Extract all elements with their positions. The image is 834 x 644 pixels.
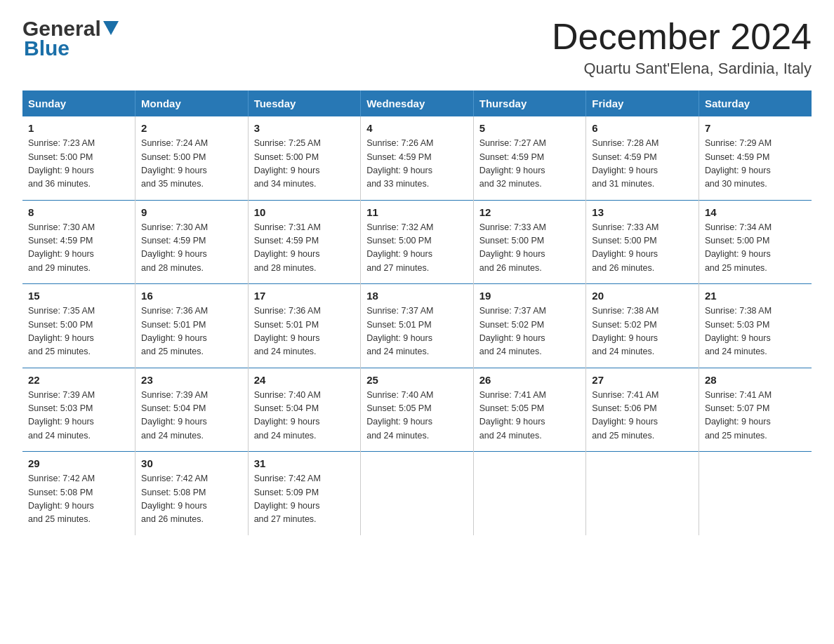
day-number: 17 bbox=[254, 290, 355, 302]
header-monday: Monday bbox=[135, 90, 249, 116]
table-row: 9Sunrise: 7:30 AMSunset: 4:59 PMDaylight… bbox=[135, 200, 249, 284]
day-number: 19 bbox=[479, 290, 581, 302]
logo: General Blue bbox=[22, 17, 119, 60]
day-info: Sunrise: 7:30 AMSunset: 4:59 PMDaylight:… bbox=[28, 221, 129, 276]
table-row: 15Sunrise: 7:35 AMSunset: 5:00 PMDayligh… bbox=[22, 284, 135, 368]
day-info: Sunrise: 7:30 AMSunset: 4:59 PMDaylight:… bbox=[141, 221, 242, 276]
table-row: 5Sunrise: 7:27 AMSunset: 4:59 PMDaylight… bbox=[473, 116, 586, 200]
day-info: Sunrise: 7:40 AMSunset: 5:05 PMDaylight:… bbox=[366, 389, 468, 443]
table-row: 26Sunrise: 7:41 AMSunset: 5:05 PMDayligh… bbox=[473, 368, 586, 452]
day-number: 15 bbox=[28, 290, 129, 302]
table-row: 31Sunrise: 7:42 AMSunset: 5:09 PMDayligh… bbox=[248, 452, 361, 535]
day-number: 24 bbox=[254, 374, 355, 386]
day-number: 31 bbox=[254, 457, 355, 469]
day-number: 25 bbox=[366, 374, 468, 386]
table-row: 30Sunrise: 7:42 AMSunset: 5:08 PMDayligh… bbox=[135, 452, 249, 535]
day-info: Sunrise: 7:28 AMSunset: 4:59 PMDaylight:… bbox=[592, 137, 693, 192]
day-number: 11 bbox=[366, 206, 468, 218]
table-row: 14Sunrise: 7:34 AMSunset: 5:00 PMDayligh… bbox=[699, 200, 812, 284]
day-number: 27 bbox=[592, 374, 693, 386]
day-number: 13 bbox=[592, 206, 693, 218]
day-number: 18 bbox=[366, 290, 468, 302]
day-info: Sunrise: 7:41 AMSunset: 5:06 PMDaylight:… bbox=[592, 389, 693, 443]
calendar-week-row: 15Sunrise: 7:35 AMSunset: 5:00 PMDayligh… bbox=[22, 284, 812, 368]
day-number: 21 bbox=[705, 290, 806, 302]
day-info: Sunrise: 7:23 AMSunset: 5:00 PMDaylight:… bbox=[28, 137, 129, 192]
header-saturday: Saturday bbox=[699, 90, 812, 116]
day-info: Sunrise: 7:36 AMSunset: 5:01 PMDaylight:… bbox=[141, 304, 242, 359]
location-subtitle: Quartu Sant'Elena, Sardinia, Italy bbox=[552, 60, 812, 78]
table-row: 28Sunrise: 7:41 AMSunset: 5:07 PMDayligh… bbox=[699, 368, 812, 452]
day-number: 7 bbox=[705, 122, 806, 134]
day-number: 6 bbox=[592, 122, 693, 134]
day-info: Sunrise: 7:33 AMSunset: 5:00 PMDaylight:… bbox=[592, 221, 693, 276]
table-row: 10Sunrise: 7:31 AMSunset: 4:59 PMDayligh… bbox=[248, 200, 361, 284]
table-row: 19Sunrise: 7:37 AMSunset: 5:02 PMDayligh… bbox=[473, 284, 586, 368]
table-row: 2Sunrise: 7:24 AMSunset: 5:00 PMDaylight… bbox=[135, 116, 249, 200]
table-row: 6Sunrise: 7:28 AMSunset: 4:59 PMDaylight… bbox=[586, 116, 699, 200]
day-number: 23 bbox=[141, 374, 242, 386]
day-info: Sunrise: 7:33 AMSunset: 5:00 PMDaylight:… bbox=[479, 221, 581, 276]
day-info: Sunrise: 7:31 AMSunset: 4:59 PMDaylight:… bbox=[254, 221, 355, 276]
calendar-week-row: 8Sunrise: 7:30 AMSunset: 4:59 PMDaylight… bbox=[22, 200, 812, 284]
table-row: 22Sunrise: 7:39 AMSunset: 5:03 PMDayligh… bbox=[22, 368, 135, 452]
day-info: Sunrise: 7:35 AMSunset: 5:00 PMDaylight:… bbox=[28, 304, 129, 359]
day-info: Sunrise: 7:27 AMSunset: 4:59 PMDaylight:… bbox=[479, 137, 581, 192]
day-info: Sunrise: 7:25 AMSunset: 5:00 PMDaylight:… bbox=[254, 137, 355, 192]
page-header: General Blue December 2024 Quartu Sant'E… bbox=[22, 17, 812, 78]
logo-blue-text: Blue bbox=[24, 36, 70, 60]
table-row: 20Sunrise: 7:38 AMSunset: 5:02 PMDayligh… bbox=[586, 284, 699, 368]
day-info: Sunrise: 7:42 AMSunset: 5:08 PMDaylight:… bbox=[28, 472, 129, 527]
day-number: 3 bbox=[254, 122, 355, 134]
day-info: Sunrise: 7:39 AMSunset: 5:03 PMDaylight:… bbox=[28, 389, 129, 443]
table-row bbox=[473, 452, 586, 535]
day-number: 29 bbox=[28, 457, 129, 469]
day-number: 30 bbox=[141, 457, 242, 469]
table-row: 1Sunrise: 7:23 AMSunset: 5:00 PMDaylight… bbox=[22, 116, 135, 200]
month-title: December 2024 bbox=[552, 17, 812, 57]
table-row bbox=[361, 452, 474, 535]
calendar-header-row: Sunday Monday Tuesday Wednesday Thursday… bbox=[22, 90, 812, 116]
day-number: 26 bbox=[479, 374, 581, 386]
table-row: 7Sunrise: 7:29 AMSunset: 4:59 PMDaylight… bbox=[699, 116, 812, 200]
day-number: 16 bbox=[141, 290, 242, 302]
day-number: 22 bbox=[28, 374, 129, 386]
day-info: Sunrise: 7:41 AMSunset: 5:07 PMDaylight:… bbox=[705, 389, 806, 443]
calendar-table: Sunday Monday Tuesday Wednesday Thursday… bbox=[22, 90, 812, 535]
day-info: Sunrise: 7:42 AMSunset: 5:08 PMDaylight:… bbox=[141, 472, 242, 527]
day-number: 1 bbox=[28, 122, 129, 134]
day-info: Sunrise: 7:42 AMSunset: 5:09 PMDaylight:… bbox=[254, 472, 355, 527]
table-row: 21Sunrise: 7:38 AMSunset: 5:03 PMDayligh… bbox=[699, 284, 812, 368]
table-row: 29Sunrise: 7:42 AMSunset: 5:08 PMDayligh… bbox=[22, 452, 135, 535]
day-info: Sunrise: 7:36 AMSunset: 5:01 PMDaylight:… bbox=[254, 304, 355, 359]
table-row: 4Sunrise: 7:26 AMSunset: 4:59 PMDaylight… bbox=[361, 116, 474, 200]
table-row: 18Sunrise: 7:37 AMSunset: 5:01 PMDayligh… bbox=[361, 284, 474, 368]
table-row: 27Sunrise: 7:41 AMSunset: 5:06 PMDayligh… bbox=[586, 368, 699, 452]
header-tuesday: Tuesday bbox=[248, 90, 361, 116]
day-info: Sunrise: 7:26 AMSunset: 4:59 PMDaylight:… bbox=[366, 137, 468, 192]
day-number: 4 bbox=[366, 122, 468, 134]
table-row bbox=[699, 452, 812, 535]
day-number: 5 bbox=[479, 122, 581, 134]
table-row: 23Sunrise: 7:39 AMSunset: 5:04 PMDayligh… bbox=[135, 368, 249, 452]
day-number: 14 bbox=[705, 206, 806, 218]
day-number: 10 bbox=[254, 206, 355, 218]
day-info: Sunrise: 7:37 AMSunset: 5:02 PMDaylight:… bbox=[479, 304, 581, 359]
day-info: Sunrise: 7:24 AMSunset: 5:00 PMDaylight:… bbox=[141, 137, 242, 192]
header-sunday: Sunday bbox=[22, 90, 135, 116]
calendar-week-row: 29Sunrise: 7:42 AMSunset: 5:08 PMDayligh… bbox=[22, 452, 812, 535]
table-row: 16Sunrise: 7:36 AMSunset: 5:01 PMDayligh… bbox=[135, 284, 249, 368]
day-info: Sunrise: 7:37 AMSunset: 5:01 PMDaylight:… bbox=[366, 304, 468, 359]
table-row: 17Sunrise: 7:36 AMSunset: 5:01 PMDayligh… bbox=[248, 284, 361, 368]
calendar-week-row: 1Sunrise: 7:23 AMSunset: 5:00 PMDaylight… bbox=[22, 116, 812, 200]
day-info: Sunrise: 7:34 AMSunset: 5:00 PMDaylight:… bbox=[705, 221, 806, 276]
day-number: 12 bbox=[479, 206, 581, 218]
svg-marker-0 bbox=[103, 21, 119, 35]
day-number: 9 bbox=[141, 206, 242, 218]
day-info: Sunrise: 7:41 AMSunset: 5:05 PMDaylight:… bbox=[479, 389, 581, 443]
day-number: 2 bbox=[141, 122, 242, 134]
day-info: Sunrise: 7:38 AMSunset: 5:02 PMDaylight:… bbox=[592, 304, 693, 359]
logo-arrow-icon bbox=[103, 21, 119, 38]
table-row: 8Sunrise: 7:30 AMSunset: 4:59 PMDaylight… bbox=[22, 200, 135, 284]
day-info: Sunrise: 7:40 AMSunset: 5:04 PMDaylight:… bbox=[254, 389, 355, 443]
